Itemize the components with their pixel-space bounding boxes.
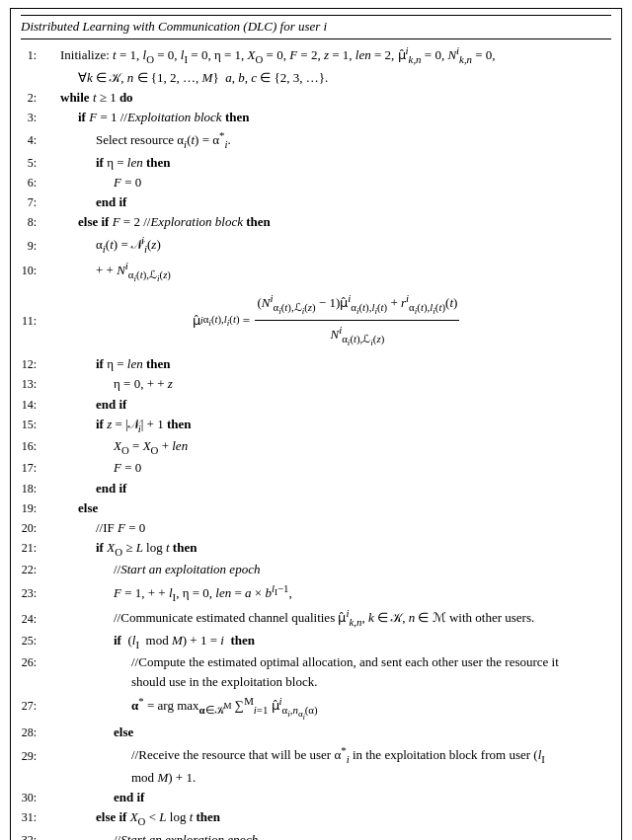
line-content-9: αi(t) = 𝒩ii(z) [42,232,611,258]
line-content-3: if F = 1 //Exploitation block then [42,108,611,127]
line-content-30: end if [42,788,611,807]
line-content-21: if XO ≥ L log t then [42,538,611,560]
line-num-2: 2: [21,89,42,108]
line-num-8: 8: [21,213,42,232]
line-num-29: 29: [21,747,42,766]
line-num-3: 3: [21,109,42,127]
algo-line-29: 29: //Receive the resource that will be … [21,742,611,768]
line-num-7: 7: [21,193,42,212]
line-content-19: else [42,498,611,518]
line-num-24: 24: [21,610,42,629]
algo-line-26: 26: //Compute the estimated optimal allo… [21,652,611,672]
line-content-25: if (lI mod M) + 1 = i then [42,631,611,652]
algo-line-30: 30: end if [21,788,611,807]
algo-line-5: 5: if η = len then [21,153,611,173]
line-content-17: F = 0 [42,458,611,478]
line-content-11: μ̂iαi(t),li(t) = (Niαi(t),ℒi(z) − 1)μ̂iα… [42,286,611,354]
line-content-26b: should use in the exploitation block. [42,672,611,692]
line-num-6: 6: [21,174,42,192]
line-content-15: if z = |𝒩i| + 1 then [42,415,611,436]
line-content-29b: mod M) + 1. [42,768,611,788]
line-num-20: 20: [21,519,42,538]
line-num-31: 31: [21,808,42,827]
line-num-15: 15: [21,416,42,434]
line-num-21: 21: [21,539,42,558]
algo-line-31: 31: else if XO < L log t then [21,807,611,829]
line-num-10: 10: [21,262,42,280]
line-content-31: else if XO < L log t then [42,807,611,829]
line-num-13: 13: [21,375,42,394]
algo-line-2: 2: while t ≥ 1 do [21,88,611,108]
algo-line-9: 9: αi(t) = 𝒩ii(z) [21,232,611,258]
line-num-28: 28: [21,724,42,742]
line-content-2: while t ≥ 1 do [42,88,611,108]
line-num-23: 23: [21,584,42,603]
line-content-18: end if [42,479,611,498]
algo-line-12: 12: if η = len then [21,354,611,374]
algo-line-26b: should use in the exploitation block. [21,672,611,692]
line-num-9: 9: [21,237,42,256]
line-num-1: 1: [21,46,42,65]
line-content-22: //Start an exploitation epoch [42,560,611,579]
algo-line-7: 7: end if [21,192,611,212]
algo-line-11: 11: μ̂iαi(t),li(t) = (Niαi(t),ℒi(z) − 1)… [21,286,611,354]
algo-line-6: 6: F = 0 [21,173,611,192]
algo-line-15: 15: if z = |𝒩i| + 1 then [21,415,611,436]
line-content-7: end if [42,192,611,212]
line-num-11: 11: [21,312,42,331]
line-content-10: + + Niαi(t),ℒi(z) [42,258,611,286]
line-content-20: //IF F = 0 [42,518,611,538]
line-content-1: Initialize: t = 1, lO = 0, lI = 0, η = 1… [42,42,611,68]
algorithm-box: Distributed Learning with Communication … [10,8,622,840]
algo-line-3: 3: if F = 1 //Exploitation block then [21,108,611,127]
line-content-16: XO = XO + len [42,436,611,458]
algo-line-29b: mod M) + 1. [21,768,611,788]
line-content-5: if η = len then [42,153,611,173]
line-num-30: 30: [21,789,42,807]
line-content-27: α* = arg maxα∈𝒦M ∑Mi=1 μ̂iαi,nαi(α) [42,693,611,724]
algo-line-17: 17: F = 0 [21,458,611,478]
algo-line-10: 10: + + Niαi(t),ℒi(z) [21,258,611,286]
formula-fraction: (Niαi(t),ℒi(z) − 1)μ̂iαi(t),li(t) + riαi… [255,290,459,350]
line-content-4: Select resource αi(t) = α*i. [42,127,611,153]
line-content-8: else if F = 2 //Exploration block then [42,212,611,232]
line-content-1b: ∀k ∈ 𝒦, n ∈ {1, 2, …, M} a, b, c ∈ {2, 3… [42,68,611,88]
line-content-29: //Receive the resource that will be user… [42,742,611,768]
line-content-13: η = 0, + + z [42,374,611,394]
algo-line-25: 25: if (lI mod M) + 1 = i then [21,631,611,652]
line-num-4: 4: [21,131,42,150]
algo-line-22: 22: //Start an exploitation epoch [21,560,611,579]
line-content-32: //Start an exploration epoch [42,830,611,840]
line-content-28: else [42,723,611,742]
line-num-27: 27: [21,697,42,716]
line-num-12: 12: [21,355,42,374]
line-num-25: 25: [21,632,42,650]
algo-line-27: 27: α* = arg maxα∈𝒦M ∑Mi=1 μ̂iαi,nαi(α) [21,693,611,724]
algo-line-1b: ∀k ∈ 𝒦, n ∈ {1, 2, …, M} a, b, c ∈ {2, 3… [21,68,611,88]
line-num-26: 26: [21,653,42,672]
line-num-18: 18: [21,480,42,498]
line-content-14: end if [42,395,611,415]
algo-line-1: 1: Initialize: t = 1, lO = 0, lI = 0, η … [21,42,611,68]
line-num-19: 19: [21,499,42,518]
algo-line-20: 20: //IF F = 0 [21,518,611,538]
algo-line-13: 13: η = 0, + + z [21,374,611,394]
line-content-6: F = 0 [42,173,611,192]
algo-line-19: 19: else [21,498,611,518]
algo-line-4: 4: Select resource αi(t) = α*i. [21,127,611,153]
line-num-32: 32: [21,831,42,840]
algo-line-24: 24: //Communicate estimated channel qual… [21,605,611,631]
line-num-16: 16: [21,437,42,456]
algo-line-32: 32: //Start an exploration epoch [21,830,611,840]
algo-line-23: 23: F = 1, + + lI, η = 0, len = a × blI−… [21,580,611,606]
algo-line-18: 18: end if [21,479,611,498]
line-content-23: F = 1, + + lI, η = 0, len = a × blI−1, [42,580,611,606]
line-num-14: 14: [21,396,42,415]
line-content-12: if η = len then [42,354,611,374]
algo-line-8: 8: else if F = 2 //Exploration block the… [21,212,611,232]
line-content-26: //Compute the estimated optimal allocati… [42,652,611,672]
algo-line-14: 14: end if [21,395,611,415]
algo-line-21: 21: if XO ≥ L log t then [21,538,611,560]
line-content-24: //Communicate estimated channel qualitie… [42,605,611,631]
algo-line-28: 28: else [21,723,611,742]
